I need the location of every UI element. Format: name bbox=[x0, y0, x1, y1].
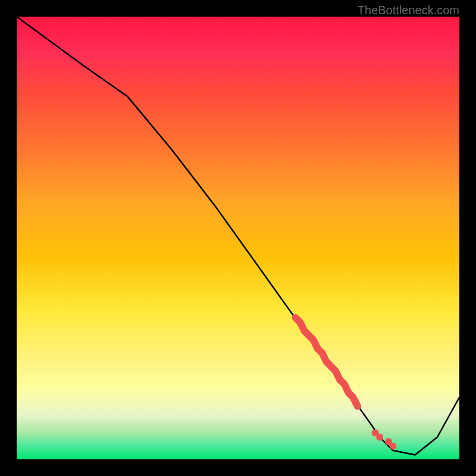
watermark-label: TheBottleneck.com bbox=[358, 4, 459, 17]
curve-path bbox=[17, 17, 459, 455]
highlight-dot bbox=[389, 443, 396, 450]
highlight-segment bbox=[296, 318, 358, 406]
chart-container: TheBottleneck.com bbox=[0, 0, 476, 476]
chart-svg bbox=[17, 17, 459, 459]
bottleneck-curve bbox=[17, 17, 459, 455]
plot-area bbox=[17, 17, 459, 459]
highlight-dot bbox=[376, 434, 383, 441]
highlight-markers bbox=[296, 318, 397, 450]
